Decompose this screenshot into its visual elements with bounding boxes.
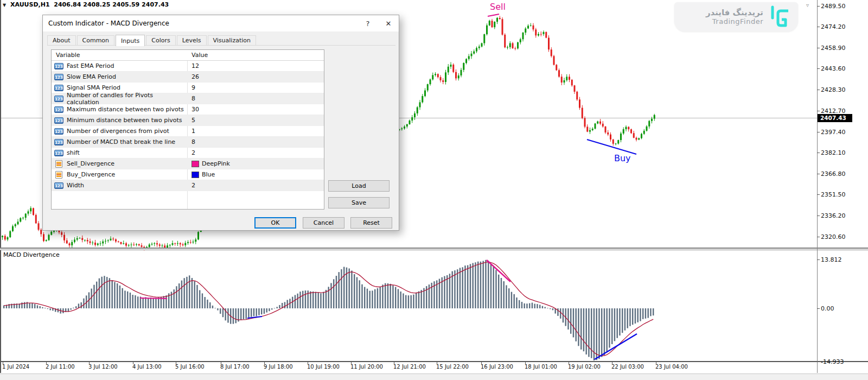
table-row[interactable]: 123Number of divergences from pivot1 [52, 126, 324, 137]
save-button[interactable]: Save [328, 197, 390, 208]
pane-splitter[interactable] [0, 248, 868, 250]
parameter-label: Fast EMA Period [67, 62, 114, 69]
tab-levels[interactable]: Levels [177, 35, 207, 46]
time-axis-label: 11 Jul 20:00 [350, 364, 383, 370]
parameter-value: 5 [192, 117, 195, 124]
symbol-dropdown-icon[interactable]: ▼ [3, 3, 6, 8]
value-cell[interactable]: 2 [187, 182, 324, 189]
variable-cell: 123Signal SMA Period [52, 84, 187, 91]
price-axis-label: 2336.20 [821, 212, 846, 219]
parameter-label: Maximum distance between two pivots [67, 106, 184, 113]
time-tick [46, 362, 47, 364]
time-tick [176, 362, 176, 364]
variable-cell: 123Slow EMA Period [52, 73, 187, 80]
tabs-underline [47, 45, 395, 46]
macd-axis-label: 13.812 [821, 256, 842, 263]
value-cell[interactable]: 1 [187, 128, 324, 135]
value-cell[interactable]: 12 [187, 62, 324, 69]
price-axis-label: 2366.80 [821, 170, 846, 178]
table-row[interactable]: 123Maximum distance between two pivots30 [52, 104, 324, 115]
tab-about[interactable]: About [47, 35, 76, 46]
time-tick [656, 362, 656, 364]
time-tick [308, 362, 308, 364]
table-row[interactable]: Buy_DivergenceBlue [52, 169, 324, 180]
time-axis-label: 4 Jul 13:00 [132, 364, 162, 370]
axis-tick [817, 216, 820, 216]
table-row[interactable]: 123Slow EMA Period26 [52, 72, 324, 83]
variable-cell: 123Width [52, 182, 187, 189]
price-axis-label: 2489.50 [821, 3, 846, 10]
time-tick [221, 362, 221, 364]
chart-shift-marker-icon[interactable]: ▿ [806, 2, 809, 8]
cancel-button[interactable]: Cancel [303, 217, 344, 229]
axis-tick [817, 48, 820, 48]
axis-tick [817, 259, 820, 260]
axis-tick [817, 132, 820, 132]
table-row[interactable]: Sell_DivergenceDeepPink [52, 159, 324, 169]
parameter-label: Signal SMA Period [67, 84, 120, 91]
symbol-name: XAUUSD,H1 [10, 1, 50, 8]
time-axis-label: 18 Jul 01:00 [525, 364, 557, 370]
value-cell[interactable]: 8 [187, 95, 324, 102]
parameter-value: 9 [192, 84, 195, 91]
numeric-parameter-icon: 123 [54, 63, 63, 69]
buy-label: Buy [614, 153, 631, 163]
tradingfinder-watermark: تریدینگ فایندر TradingFinder [674, 2, 798, 31]
value-cell[interactable]: 30 [187, 106, 324, 113]
parameter-value: 30 [192, 106, 199, 113]
numeric-parameter-icon: 123 [54, 128, 63, 135]
variable-cell: 123Fast EMA Period [52, 62, 187, 69]
table-row[interactable]: 123shift2 [52, 148, 324, 159]
color-swatch [192, 161, 199, 167]
ok-button[interactable]: OK [254, 217, 296, 229]
time-axis-label: 23 Jul 04:00 [655, 364, 688, 370]
axis-tick [817, 27, 820, 27]
column-header-value: Value [187, 52, 324, 59]
numeric-parameter-icon: 123 [54, 85, 63, 91]
load-button[interactable]: Load [328, 180, 390, 192]
tab-common[interactable]: Common [77, 35, 115, 46]
value-cell[interactable]: 26 [187, 73, 324, 80]
chart-left-frame [0, 0, 1, 373]
value-cell[interactable]: Blue [187, 171, 324, 178]
table-row[interactable]: 123Width2 [52, 180, 324, 191]
value-cell[interactable]: 5 [187, 117, 324, 124]
axis-tick [817, 90, 820, 90]
numeric-parameter-icon: 123 [54, 150, 63, 156]
reset-button[interactable]: Reset [350, 217, 392, 229]
parameter-label: shift [67, 149, 80, 156]
price-axis-label: 2397.40 [821, 129, 846, 136]
sell-label: Sell [490, 2, 506, 12]
macd-axis-label: -14.933 [821, 358, 844, 365]
parameter-label: Number of candles for Pivots calculation [67, 92, 187, 106]
tab-colors[interactable]: Colors [146, 35, 175, 46]
parameter-value: 2 [192, 149, 195, 156]
help-button[interactable]: ? [358, 20, 378, 28]
tab-inputs[interactable]: Inputs [116, 35, 145, 46]
time-tick [525, 362, 526, 364]
table-row[interactable]: 123Number of MACD that break the line8 [52, 137, 324, 148]
parameters-table[interactable]: Variable Value 123Fast EMA Period12123Sl… [51, 49, 324, 210]
dialog-title-bar[interactable]: Custom Indicator - MACD Divergence ? ✕ [43, 15, 399, 31]
value-cell[interactable]: 2 [187, 149, 324, 156]
variable-cell: Buy_Divergence [52, 171, 187, 179]
value-cell[interactable]: 9 [187, 84, 324, 91]
parameter-value: 8 [192, 95, 195, 102]
time-axis-label: 12 Jul 21:00 [393, 364, 426, 370]
table-row[interactable]: 123Number of candles for Pivots calculat… [52, 93, 324, 104]
color-parameter-icon [55, 160, 62, 168]
tab-visualization[interactable]: Visualization [208, 35, 256, 46]
value-cell[interactable]: 8 [187, 138, 324, 145]
table-row[interactable]: 123Minimum distance between two pivots5 [52, 115, 324, 126]
time-tick [569, 362, 569, 364]
axis-tick [817, 111, 820, 111]
value-cell[interactable]: DeepPink [187, 160, 324, 167]
variable-cell: 123Minimum distance between two pivots [52, 117, 187, 124]
axis-tick [817, 6, 820, 7]
axis-tick [817, 174, 820, 174]
parameter-value: 1 [192, 128, 195, 135]
parameter-value: DeepPink [202, 160, 230, 167]
parameter-value: 8 [192, 138, 195, 145]
close-icon[interactable]: ✕ [378, 20, 399, 28]
table-row[interactable]: 123Fast EMA Period12 [52, 61, 324, 72]
